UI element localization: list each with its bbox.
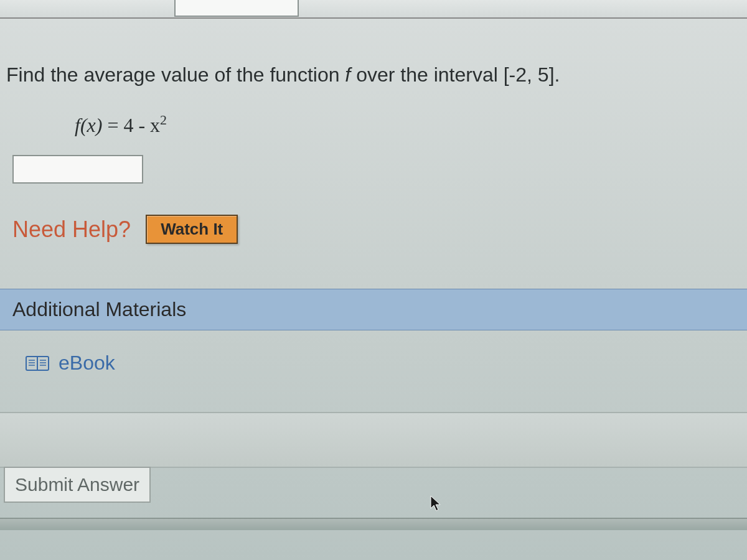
need-help-label: Need Help? xyxy=(12,217,131,243)
formula: f(x) = 4 - x2 xyxy=(75,112,741,137)
interval-text: [-2, 5] xyxy=(504,63,555,86)
bottom-band xyxy=(0,518,747,530)
question-prompt: Find the average value of the function f… xyxy=(6,62,741,88)
formula-rhs-exp: 2 xyxy=(160,112,167,128)
question-area: Find the average value of the function f… xyxy=(0,19,747,263)
top-toolbar-fragment xyxy=(0,0,747,19)
submit-answer-button[interactable]: Submit Answer xyxy=(4,467,151,503)
submit-area: Submit Answer xyxy=(0,468,747,503)
function-symbol: f xyxy=(345,63,350,86)
separator-band xyxy=(0,412,747,468)
prompt-middle: over the interval xyxy=(350,63,503,86)
additional-materials-label: Additional Materials xyxy=(12,298,186,320)
watch-it-button[interactable]: Watch It xyxy=(146,215,238,244)
need-help-row: Need Help? Watch It xyxy=(12,215,741,244)
formula-rhs-base: 4 - x xyxy=(123,113,160,136)
formula-equals: = xyxy=(102,113,123,136)
formula-lhs: f(x) xyxy=(75,113,102,136)
prompt-suffix: . xyxy=(555,63,560,86)
top-input-fragment xyxy=(174,0,299,17)
book-icon xyxy=(25,354,50,373)
ebook-link[interactable]: eBook xyxy=(25,352,747,375)
answer-input[interactable] xyxy=(12,155,143,184)
ebook-label: eBook xyxy=(59,352,115,375)
additional-materials-header: Additional Materials xyxy=(0,289,747,330)
prompt-prefix: Find the average value of the function xyxy=(6,63,345,86)
